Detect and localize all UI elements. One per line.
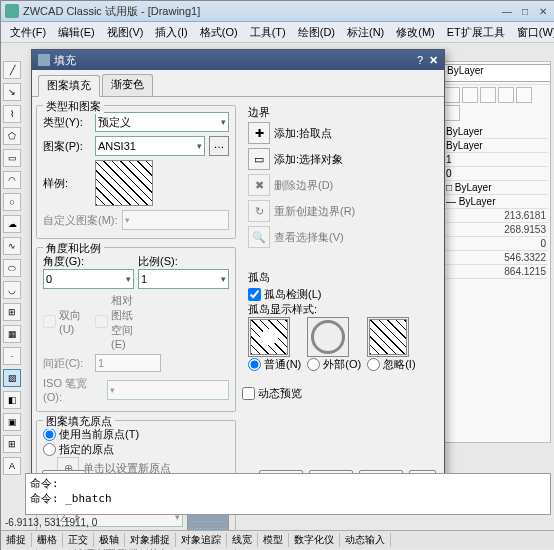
prop-row: 268.9153 [444, 223, 548, 237]
command-line[interactable]: 命令: 命令: _bhatch [25, 473, 551, 515]
snap-toggle[interactable]: 捕捉 [1, 533, 32, 547]
tab-pattern-fill[interactable]: 图案填充 [38, 75, 100, 97]
menu-modify[interactable]: 修改(M) [391, 24, 440, 41]
dialog-titlebar[interactable]: 填充 ? ✕ [32, 50, 444, 70]
scale-combo[interactable]: 1 [138, 269, 229, 289]
otrack-toggle[interactable]: 对象追踪 [176, 533, 227, 547]
pattern-combo[interactable]: ANSI31 [95, 136, 205, 156]
menu-view[interactable]: 视图(V) [102, 24, 149, 41]
menu-edit[interactable]: 编辑(E) [53, 24, 100, 41]
tool-arc-icon[interactable]: ◠ [3, 171, 21, 189]
panel-icons [442, 85, 550, 123]
tool-revcloud-icon[interactable]: ☁ [3, 215, 21, 233]
prop-row: 213.6181 [444, 209, 548, 223]
tool-gradient-icon[interactable]: ◧ [3, 391, 21, 409]
dialog-help-icon[interactable]: ? [417, 54, 423, 66]
titlebar: ZWCAD Classic 试用版 - [Drawing1] — □ ✕ [1, 1, 554, 22]
prop-row: — ByLayer [444, 195, 548, 209]
menu-tools[interactable]: 工具(T) [245, 24, 291, 41]
tool-pline-icon[interactable]: ⌇ [3, 105, 21, 123]
island-detect-checkbox[interactable]: 孤岛检测(L) [248, 287, 434, 302]
dyn-input-toggle[interactable]: 动态输入 [340, 533, 391, 547]
panel-icon[interactable] [498, 87, 514, 103]
polar-toggle[interactable]: 极轴 [94, 533, 125, 547]
tool-polygon-icon[interactable]: ⬠ [3, 127, 21, 145]
tool-rect-icon[interactable]: ▭ [3, 149, 21, 167]
type-combo[interactable]: 预定义 [95, 112, 229, 132]
minimize-button[interactable]: — [499, 4, 515, 18]
group-boundary: 边界 ✚添加:拾取点 ▭添加:选择对象 ✖删除边界(D) ↻重新创建边界(R) … [242, 105, 440, 256]
tool-block-icon[interactable]: ▦ [3, 325, 21, 343]
island-ignore-radio[interactable]: 忽略(I) [367, 357, 415, 372]
island-ignore-pic[interactable] [367, 317, 409, 357]
prop-row: 1 [444, 153, 548, 167]
rel-paper-checkbox: 相对图纸空间(E) [95, 293, 143, 350]
lwt-toggle[interactable]: 线宽 [227, 533, 258, 547]
ortho-toggle[interactable]: 正交 [63, 533, 94, 547]
maximize-button[interactable]: □ [517, 4, 533, 18]
close-button[interactable]: ✕ [535, 4, 551, 18]
layer-color-select[interactable]: ByLayer [444, 64, 551, 82]
view-selection-button: 🔍 [248, 226, 270, 248]
tool-table-icon[interactable]: ⊞ [3, 435, 21, 453]
prop-row: 546.3322 [444, 251, 548, 265]
digitizer-toggle[interactable]: 数字化仪 [289, 533, 340, 547]
dialog-close-button[interactable]: ✕ [429, 54, 438, 67]
use-current-origin-radio[interactable]: 使用当前原点(T) [43, 427, 229, 442]
menu-file[interactable]: 文件(F) [5, 24, 51, 41]
iso-width-combo [107, 380, 229, 400]
tab-gradient[interactable]: 渐变色 [102, 74, 153, 96]
tool-ellarc-icon[interactable]: ◡ [3, 281, 21, 299]
model-toggle[interactable]: 模型 [258, 533, 289, 547]
menu-insert[interactable]: 插入(I) [150, 24, 192, 41]
island-outer-pic[interactable] [307, 317, 349, 357]
panel-icon[interactable] [480, 87, 496, 103]
tool-xline-icon[interactable]: ↘ [3, 83, 21, 101]
dynamic-preview-checkbox[interactable]: 动态预览 [242, 386, 440, 401]
panel-icon[interactable] [444, 105, 460, 121]
specify-origin-radio[interactable]: 指定的原点 [43, 442, 229, 457]
pattern-browse-button[interactable]: … [209, 136, 229, 156]
main-window: ZWCAD Classic 试用版 - [Drawing1] — □ ✕ 文件(… [0, 0, 554, 550]
menu-format[interactable]: 格式(O) [195, 24, 243, 41]
spacing-input [95, 354, 161, 372]
menubar: 文件(F) 编辑(E) 视图(V) 插入(I) 格式(O) 工具(T) 绘图(D… [1, 22, 554, 43]
tool-insert-icon[interactable]: ⊞ [3, 303, 21, 321]
panel-icon[interactable] [516, 87, 532, 103]
menu-draw[interactable]: 绘图(D) [293, 24, 340, 41]
tool-point-icon[interactable]: · [3, 347, 21, 365]
panel-icon[interactable] [462, 87, 478, 103]
prop-row: ByLayer [444, 139, 548, 153]
menu-et[interactable]: ET扩展工具 [442, 24, 510, 41]
menu-window[interactable]: 窗口(W) [512, 24, 554, 41]
osnap-toggle[interactable]: 对象捕捉 [125, 533, 176, 547]
add-select-obj-button[interactable]: ▭ [248, 148, 270, 170]
grid-toggle[interactable]: 栅格 [32, 533, 63, 547]
group-type-pattern: 类型和图案 类型(Y):预定义 图案(P):ANSI31… 样例: 自定义图案(… [36, 105, 236, 239]
dialog-tabs: 图案填充 渐变色 [32, 70, 444, 97]
statusbar: 捕捉 栅格 正交 极轴 对象捕捉 对象追踪 线宽 模型 数字化仪 动态输入 [1, 530, 554, 549]
hatch-dialog: 填充 ? ✕ 图案填充 渐变色 类型和图案 类型(Y):预定义 图案(P):AN… [31, 49, 445, 497]
tool-circle-icon[interactable]: ○ [3, 193, 21, 211]
draw-toolbar: ╱ ↘ ⌇ ⬠ ▭ ◠ ○ ☁ ∿ ⬭ ◡ ⊞ ▦ · ▨ ◧ ▣ ⊞ A [3, 61, 21, 475]
command-text: _bhatch [65, 492, 111, 505]
tool-text-icon[interactable]: A [3, 457, 21, 475]
tool-ellipse-icon[interactable]: ⬭ [3, 259, 21, 277]
tool-region-icon[interactable]: ▣ [3, 413, 21, 431]
sample-swatch[interactable] [95, 160, 153, 206]
island-normal-pic[interactable] [248, 317, 290, 357]
menu-dim[interactable]: 标注(N) [342, 24, 389, 41]
prop-row: 0 [444, 237, 548, 251]
angle-combo[interactable]: 0 [43, 269, 134, 289]
tool-hatch-icon[interactable]: ▨ [3, 369, 21, 387]
island-normal-radio[interactable]: 普通(N) [248, 357, 301, 372]
tool-spline-icon[interactable]: ∿ [3, 237, 21, 255]
app-icon [5, 4, 19, 18]
tool-line-icon[interactable]: ╱ [3, 61, 21, 79]
island-outer-radio[interactable]: 外部(O) [307, 357, 361, 372]
properties-panel: ByLayer ByLayer ByLayer 1 0 □ ByLayer — … [441, 61, 551, 443]
panel-icon[interactable] [444, 87, 460, 103]
group-angle-scale: 角度和比例 角度(G):0 比例(S):1 双向(U) 相对图纸空间(E) 间距… [36, 247, 236, 412]
add-pick-point-button[interactable]: ✚ [248, 122, 270, 144]
prop-row: 0 [444, 167, 548, 181]
